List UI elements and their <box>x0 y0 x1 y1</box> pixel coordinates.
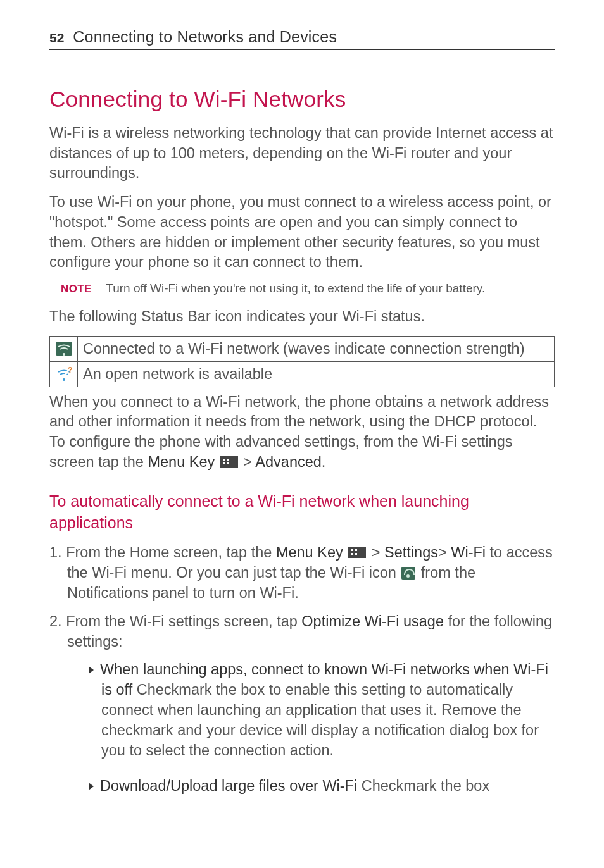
wifi-open-icon: ? <box>50 361 78 387</box>
dhcp-paragraph: When you connect to a Wi-Fi network, the… <box>49 392 555 473</box>
intro-paragraph-1: Wi-Fi is a wireless networking technolog… <box>49 123 555 183</box>
status-bar-intro: The following Status Bar icon indicates … <box>49 307 555 327</box>
chevron-right-icon <box>89 666 94 674</box>
note-block: NOTE Turn off Wi-Fi when you're not usin… <box>61 282 555 295</box>
section-title: Connecting to Networks and Devices <box>73 28 337 46</box>
table-row: ? An open network is available <box>50 361 555 387</box>
list-item: 2. From the Wi-Fi settings screen, tap O… <box>49 612 555 797</box>
wifi-connected-icon <box>50 336 78 361</box>
intro-paragraph-2: To use Wi-Fi on your phone, you must con… <box>49 192 555 273</box>
menu-key-icon <box>348 547 366 558</box>
menu-key-icon <box>220 456 238 468</box>
menu-key-label: Menu Key <box>148 454 215 470</box>
separator: > <box>367 544 384 561</box>
svg-text:?: ? <box>68 367 72 375</box>
page-number: 52 <box>49 30 64 46</box>
bullet-bold: Download/Upload large files over Wi-Fi <box>100 778 357 794</box>
text: Checkmark the box to enable this setting… <box>101 681 539 759</box>
table-cell-text: An open network is available <box>78 361 555 387</box>
text: Checkmark the box <box>357 778 489 794</box>
note-text: Turn off Wi-Fi when you're not using it,… <box>106 282 485 295</box>
sub-list: When launching apps, connect to known Wi… <box>67 660 555 797</box>
optimize-label: Optimize Wi-Fi usage <box>301 613 444 629</box>
wifi-label: Wi-Fi <box>451 544 486 561</box>
table-cell-text: Connected to a Wi-Fi network (waves indi… <box>78 336 555 361</box>
wifi-icon <box>401 567 415 580</box>
separator: > <box>438 544 451 561</box>
step-number: 2. <box>49 613 66 629</box>
menu-key-label: Menu Key <box>276 544 343 561</box>
settings-label: Settings <box>384 544 438 561</box>
step-number: 1. <box>49 544 66 561</box>
list-item: 1. From the Home screen, tap the Menu Ke… <box>49 543 555 604</box>
list-item: Download/Upload large files over Wi-Fi C… <box>67 776 555 797</box>
text: From the Home screen, tap the <box>66 544 276 561</box>
page-title: Connecting to Wi-Fi Networks <box>49 87 555 112</box>
text: . <box>322 454 326 470</box>
list-item: When launching apps, connect to known Wi… <box>67 660 555 761</box>
status-icon-table: Connected to a Wi-Fi network (waves indi… <box>49 336 555 387</box>
note-label: NOTE <box>61 283 92 295</box>
table-row: Connected to a Wi-Fi network (waves indi… <box>50 336 555 361</box>
advanced-label: Advanced <box>255 454 322 470</box>
steps-list: 1. From the Home screen, tap the Menu Ke… <box>49 543 555 797</box>
separator: > <box>239 454 256 470</box>
chevron-right-icon <box>89 783 94 790</box>
page-header: 52 Connecting to Networks and Devices <box>49 28 555 50</box>
text: From the Wi-Fi settings screen, tap <box>66 613 301 629</box>
section-heading: To automatically connect to a Wi-Fi netw… <box>49 490 555 534</box>
